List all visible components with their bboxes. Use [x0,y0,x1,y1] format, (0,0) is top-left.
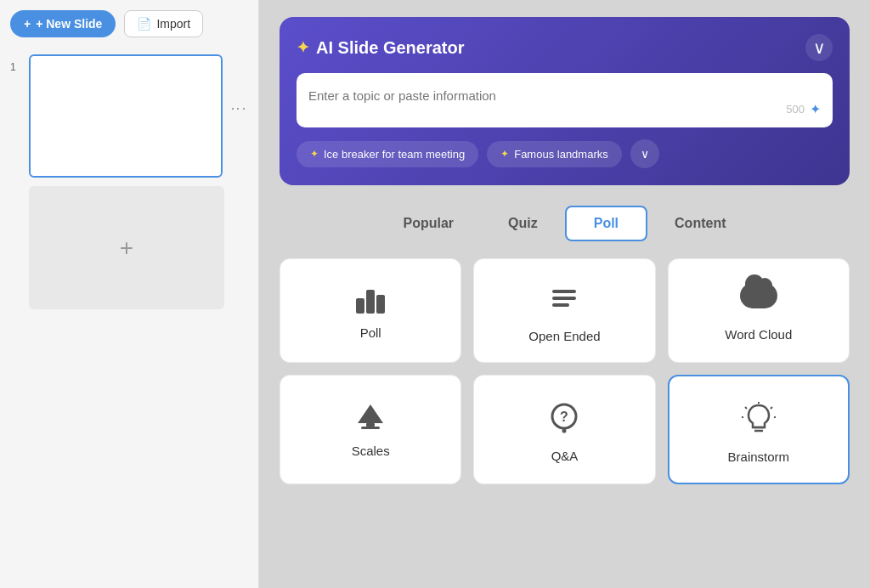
new-slide-label: + New Slide [36,17,102,31]
svg-rect-2 [552,303,569,307]
ai-title-text: AI Slide Generator [316,38,465,58]
svg-point-9 [562,429,567,433]
ai-collapse-button[interactable]: ∨ [805,34,833,61]
grid-item-qa[interactable]: ? Q&A [473,375,655,484]
svg-marker-4 [358,404,383,423]
svg-text:?: ? [561,410,569,424]
qa-icon: ? [545,399,583,437]
svg-rect-1 [552,297,576,300]
ai-panel-header: ✦ AI Slide Generator ∨ [297,34,833,61]
import-label: Import [156,17,190,31]
ai-sparkle-icon: ✦ [810,101,821,117]
svg-rect-3 [561,307,574,310]
svg-rect-0 [552,290,576,293]
ai-topic-input[interactable] [308,88,777,117]
ai-panel: ✦ AI Slide Generator ∨ 500 ✦ ✦ Ice break… [280,17,850,185]
slide-drag-handle[interactable]: ⋮ [229,101,248,116]
add-icon: + [120,235,133,262]
scales-icon [349,399,392,432]
tab-quiz[interactable]: Quiz [481,206,565,241]
ai-title: ✦ AI Slide Generator [297,38,465,58]
suggestions-more-button[interactable]: ∨ [630,139,659,168]
suggestion-chip-1[interactable]: ✦ Famous landmarks [487,141,622,167]
grid-item-scales[interactable]: Scales [280,375,461,484]
tabs: Popular Quiz Poll Content [280,206,850,241]
main-content: ✦ AI Slide Generator ∨ 500 ✦ ✦ Ice break… [259,0,870,588]
tab-content[interactable]: Content [647,206,753,241]
grid-item-label-open-ended: Open Ended [528,329,600,343]
chip-icon-0: ✦ [310,148,319,160]
grid-item-label-word-cloud: Word Cloud [725,327,792,342]
tab-poll[interactable]: Poll [565,206,647,241]
grid-item-poll[interactable]: Poll [280,258,461,363]
import-icon: 📄 [137,17,151,31]
poll-icon [356,283,385,314]
grid-item-label-poll: Poll [360,325,381,340]
ai-input-meta: 500 ✦ [777,101,821,117]
grid-item-label-qa: Q&A [551,449,579,463]
new-slide-button[interactable]: + + New Slide [10,10,116,37]
svg-line-13 [771,407,772,409]
slide-thumbnail-1[interactable] [29,54,223,178]
cloud-icon [740,283,777,315]
grid-item-label-scales: Scales [352,444,390,458]
svg-rect-6 [361,427,380,429]
sparkle-icon: ✦ [297,38,309,57]
plus-icon: + [24,17,31,31]
char-limit: 500 [786,103,805,116]
tab-popular[interactable]: Popular [376,206,481,241]
slide-type-grid: Poll Open Ended Word Cloud [280,258,850,484]
sidebar: + + New Slide 📄 Import 1 ⋮ + [0,0,259,588]
grid-item-word-cloud[interactable]: Word Cloud [668,258,850,363]
brainstorm-icon [740,400,777,438]
suggestion-chip-0[interactable]: ✦ Ice breaker for team meeting [297,141,478,167]
add-slide-button[interactable]: + [29,186,224,309]
import-button[interactable]: 📄 Import [124,10,203,37]
grid-item-brainstorm[interactable]: Brainstorm [668,375,850,484]
slide-number-1: 1 [10,61,22,73]
grid-item-open-ended[interactable]: Open Ended [473,258,655,363]
svg-line-14 [745,407,747,409]
ai-input-wrapper: 500 ✦ [297,73,833,127]
svg-rect-5 [366,423,375,427]
chip-label-1: Famous landmarks [514,148,608,161]
chip-icon-1: ✦ [500,148,509,160]
chip-label-0: Ice breaker for team meeting [324,148,465,161]
slide-list: 1 ⋮ + [10,54,248,309]
ai-suggestions: ✦ Ice breaker for team meeting ✦ Famous … [297,139,833,168]
open-ended-icon [547,283,581,317]
slide-item-1: 1 ⋮ [10,54,248,178]
toolbar: + + New Slide 📄 Import [10,10,248,44]
grid-item-label-brainstorm: Brainstorm [728,449,790,464]
